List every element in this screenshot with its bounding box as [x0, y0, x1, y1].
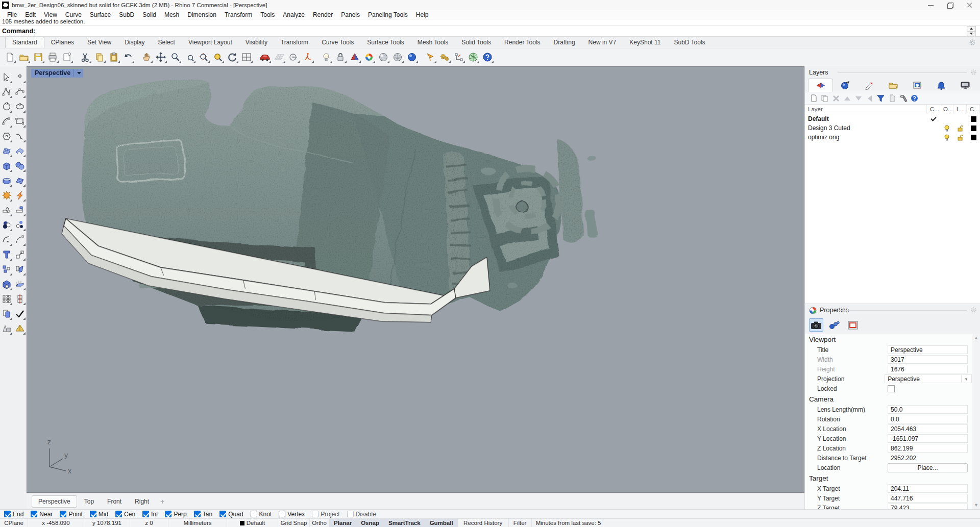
status-active-layer[interactable]: Default	[227, 519, 278, 527]
notifications-tab[interactable]	[929, 79, 953, 92]
explode-tool-button[interactable]	[0, 188, 13, 203]
osnap-knot[interactable]: Knot	[251, 511, 272, 518]
lamp-button[interactable]	[320, 51, 333, 64]
grid-dots-tool-button[interactable]	[0, 291, 13, 306]
viewport-tab-top[interactable]: Top	[78, 496, 100, 507]
height-field[interactable]: 1676	[888, 365, 968, 373]
osnap-end[interactable]: End	[4, 511, 23, 518]
osnap-disable[interactable]: Disable	[347, 511, 376, 518]
tab-standard[interactable]: Standard	[5, 37, 44, 48]
dot-group-tool-button[interactable]	[13, 217, 26, 232]
text-tool-button[interactable]	[0, 247, 13, 262]
bumper-3d-model[interactable]	[27, 67, 804, 492]
check-tool-button[interactable]	[13, 306, 26, 321]
tab-surface-tools[interactable]: Surface Tools	[360, 37, 411, 48]
osnap-int[interactable]: Int	[142, 511, 158, 518]
perp-checkbox[interactable]	[165, 511, 172, 517]
fillet2-tool-button[interactable]	[13, 232, 26, 247]
disable-checkbox[interactable]	[347, 511, 354, 517]
sphere-display-button[interactable]	[377, 51, 390, 64]
menu-view[interactable]: View	[40, 11, 61, 18]
tab-set-view[interactable]: Set View	[81, 37, 118, 48]
circle-center-button[interactable]	[287, 51, 300, 64]
layer-row-design3cuted[interactable]: Design 3 Cuted	[805, 123, 980, 133]
lens-length-field[interactable]: 50.0	[888, 405, 968, 414]
tab-render-tools[interactable]: Render Tools	[498, 37, 547, 48]
locked-checkbox[interactable]	[888, 385, 895, 392]
spheres-tool-button[interactable]	[13, 158, 26, 173]
rotation-field[interactable]: 0.0	[888, 415, 968, 423]
blocks-tool-button[interactable]	[0, 262, 13, 277]
box-tool-button[interactable]	[0, 158, 13, 173]
tab-viewport-layout[interactable]: Viewport Layout	[182, 37, 239, 48]
zoom-button[interactable]	[168, 51, 182, 64]
surface-sweep-tool-button[interactable]	[13, 143, 26, 158]
osnap-near[interactable]: Near	[31, 511, 53, 518]
prisms-tool-button[interactable]	[0, 321, 13, 336]
chevron-down-icon[interactable]: ▾	[961, 375, 971, 383]
menu-curve[interactable]: Curve	[61, 11, 86, 18]
edit-page-button[interactable]	[60, 51, 74, 64]
surface-grid-tool-button[interactable]	[0, 143, 13, 158]
width-field[interactable]: 3017	[888, 355, 968, 364]
z-location-field[interactable]: 862.199	[888, 444, 968, 453]
delete-layer-button[interactable]	[831, 94, 840, 103]
sphere-blue-button[interactable]	[405, 51, 419, 64]
osnap-point[interactable]: Point	[60, 511, 82, 518]
osnap-project[interactable]: Project	[312, 511, 339, 518]
sphere-wireframe-button[interactable]	[391, 51, 404, 64]
status-record-history-toggle[interactable]: Record History	[458, 519, 509, 527]
layer-color-swatch[interactable]	[967, 126, 980, 131]
annotate-tab[interactable]	[857, 79, 881, 92]
viewport-frame-properties-tab[interactable]	[846, 318, 860, 332]
layers-tab[interactable]	[808, 79, 833, 92]
tab-visibility[interactable]: Visibility	[239, 37, 274, 48]
extrude-pins-tool-button[interactable]	[13, 277, 26, 291]
zoom-dynamic-button[interactable]	[197, 51, 210, 64]
command-input[interactable]: Command:	[0, 26, 980, 37]
layer-up-button[interactable]	[843, 94, 851, 103]
menu-paneling-tools[interactable]: Paneling Tools	[364, 11, 412, 18]
tab-select[interactable]: Select	[152, 37, 182, 48]
cut-button[interactable]	[79, 51, 92, 64]
layer-tools-button[interactable]	[899, 94, 908, 103]
quad-checkbox[interactable]	[219, 511, 226, 517]
tab-transform[interactable]: Transform	[274, 37, 315, 48]
spinner-down-icon[interactable]	[967, 32, 975, 36]
menu-solid[interactable]: Solid	[138, 11, 160, 18]
place-button[interactable]: Place...	[888, 463, 968, 472]
near-checkbox[interactable]	[31, 511, 37, 517]
menu-mesh[interactable]: Mesh	[160, 11, 183, 18]
spinner-up-icon[interactable]	[967, 27, 975, 32]
lock-button[interactable]	[334, 51, 347, 64]
snap-points-button[interactable]	[301, 51, 314, 64]
menu-file[interactable]: File	[3, 11, 21, 18]
knot-checkbox[interactable]	[251, 511, 257, 517]
fillet-tool-button[interactable]	[0, 232, 13, 247]
ring-surface-tool-button[interactable]	[0, 173, 13, 188]
layer-color-swatch[interactable]	[967, 116, 980, 122]
pan-button[interactable]	[140, 51, 153, 64]
curve-tool-button[interactable]	[13, 84, 26, 99]
move-tool-button[interactable]	[13, 247, 26, 262]
menu-analyze[interactable]: Analyze	[279, 11, 309, 18]
help-panel-tab[interactable]	[905, 79, 929, 92]
close-button[interactable]	[967, 2, 973, 8]
mid-checkbox[interactable]	[90, 511, 96, 517]
layer-unlocked-icon[interactable]	[953, 134, 967, 141]
status-planar-toggle[interactable]: Planar	[329, 519, 356, 527]
arc-tool-button[interactable]	[0, 114, 13, 129]
x-target-field[interactable]: 204.11	[888, 484, 968, 493]
tan-checkbox[interactable]	[194, 511, 201, 517]
layer-visible-bulb-icon[interactable]	[940, 125, 953, 132]
status-ortho-toggle[interactable]: Ortho	[310, 519, 329, 527]
tab-cplanes[interactable]: CPlanes	[44, 37, 81, 48]
new-document-button[interactable]	[3, 51, 16, 64]
project-checkbox[interactable]	[312, 511, 318, 517]
menu-render[interactable]: Render	[309, 11, 337, 18]
end-checkbox[interactable]	[4, 511, 11, 517]
menu-transform[interactable]: Transform	[220, 11, 256, 18]
open-button[interactable]	[17, 51, 31, 64]
viewport-layout-button[interactable]	[240, 51, 253, 64]
gumball-widget-button[interactable]	[452, 51, 465, 64]
